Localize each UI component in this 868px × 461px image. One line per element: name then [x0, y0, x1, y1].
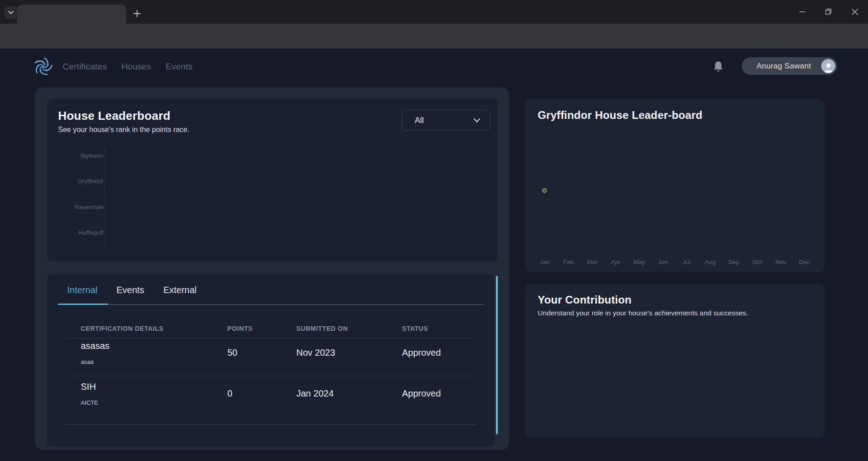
chart-y-axis: [104, 148, 105, 249]
notifications-button[interactable]: [712, 60, 725, 73]
chart-label-hufflepuff: Hufflepuff: [47, 229, 103, 236]
chart-label-gryffindor: Gryffindor: [47, 178, 103, 185]
nav-certificates[interactable]: Certificates: [63, 62, 107, 72]
house-leaderboard-title: House Leaderboard: [58, 109, 189, 123]
nav-events[interactable]: Events: [166, 62, 192, 72]
maximize-button[interactable]: [815, 0, 842, 24]
contribution-subtitle: Understand your role in your house's ach…: [538, 309, 748, 317]
chart-label-slytherin: Slytherin: [47, 152, 103, 159]
chart-x-axis-labels: Jan Feb Mar Apr May Jun Jul Aug Sep Oct …: [538, 259, 812, 265]
col-submitted-on: SUBMITTED ON: [296, 325, 348, 332]
month-label: Dec: [797, 259, 812, 265]
browser-titlebar: [0, 0, 868, 24]
gryffindor-leaderboard-card: Gryffindor House Leader-board Jan Feb Ma…: [525, 99, 824, 272]
cert-points: 0: [227, 388, 232, 399]
tab-external[interactable]: External: [163, 285, 196, 302]
table-divider: [65, 376, 476, 376]
month-label: Apr: [608, 259, 623, 265]
gryffindor-card-title: Gryffindor House Leader-board: [538, 109, 702, 122]
month-label: Feb: [561, 259, 576, 265]
month-label: May: [632, 259, 647, 265]
cert-points: 50: [227, 348, 237, 358]
certifications-panel: Internal Events External CERTIFICATION D…: [47, 274, 495, 447]
minimize-icon: [799, 9, 805, 15]
avatar: [821, 59, 835, 73]
app-page: Certificates Houses Events Anurag Sawant: [0, 49, 868, 461]
col-status: STATUS: [402, 325, 428, 332]
month-label: Jul: [679, 259, 694, 265]
active-tab-indicator: [58, 304, 108, 305]
minimize-button[interactable]: [789, 0, 815, 24]
browser-toolbar: [0, 24, 868, 49]
month-label: Mar: [585, 259, 599, 265]
cert-subtitle: AICTE: [81, 399, 98, 406]
tab-internal[interactable]: Internal: [67, 285, 98, 302]
contribution-title: Your Contribution: [538, 294, 748, 306]
house-leaderboard-header: House Leaderboard See your house's rank …: [58, 109, 189, 134]
chart-label-ravenclaw: Ravenclaw: [47, 204, 103, 211]
tab-events[interactable]: Events: [117, 285, 144, 302]
month-label: Oct: [750, 259, 765, 265]
tab-search-button[interactable]: [5, 6, 17, 19]
user-name: Anurag Sawant: [742, 62, 821, 71]
house-leaderboard-subtitle: See your house's rank in the points race…: [58, 126, 189, 134]
table-divider: [65, 424, 476, 425]
close-icon: [852, 9, 858, 15]
chart-data-point: [542, 188, 547, 193]
filter-selected-value: All: [402, 116, 474, 125]
window-controls: [789, 0, 868, 24]
contribution-card-header: Your Contribution Understand your role i…: [538, 294, 748, 317]
screen: Certificates Houses Events Anurag Sawant: [0, 0, 868, 461]
col-points: POINTS: [227, 325, 253, 332]
cert-submitted: Jan 2024: [296, 388, 333, 399]
month-label: Aug: [703, 259, 717, 265]
month-label: Nov: [774, 259, 788, 265]
new-tab-button[interactable]: [131, 7, 143, 20]
nav-houses[interactable]: Houses: [121, 62, 151, 72]
table-divider: [65, 338, 476, 338]
col-certification-details: CERTIFICATION DETAILS: [81, 325, 163, 332]
main-nav: Certificates Houses Events: [63, 49, 192, 85]
left-column-card: House Leaderboard See your house's rank …: [35, 88, 509, 450]
cert-title: asasas: [81, 341, 109, 351]
app-header: Certificates Houses Events Anurag Sawant: [0, 49, 868, 85]
app-logo-icon[interactable]: [32, 55, 54, 78]
tabs-underline: [58, 304, 485, 305]
vertical-scrollbar[interactable]: [496, 276, 498, 434]
leaderboard-filter-select[interactable]: All: [402, 110, 490, 131]
chevron-down-icon: [474, 118, 480, 123]
your-contribution-card: Your Contribution Understand your role i…: [525, 284, 824, 438]
restore-icon: [825, 9, 832, 15]
person-icon: [823, 62, 834, 73]
house-leaderboard-panel: House Leaderboard See your house's rank …: [47, 99, 498, 261]
bell-icon: [712, 60, 724, 73]
month-label: Jun: [656, 259, 670, 265]
user-menu-button[interactable]: Anurag Sawant: [742, 57, 837, 75]
browser-tab[interactable]: [17, 5, 126, 24]
chevron-down-icon: [8, 11, 14, 15]
status-badge: Approved: [402, 348, 441, 358]
cert-submitted: Nov 2023: [296, 348, 335, 358]
gryffindor-card-header: Gryffindor House Leader-board: [538, 109, 702, 122]
cert-title: SIH: [81, 382, 96, 392]
cert-subtitle: asaa: [81, 358, 93, 365]
month-label: Jan: [538, 259, 552, 265]
certification-tabs: Internal Events External: [67, 285, 196, 302]
close-button[interactable]: [842, 0, 868, 24]
month-label: Sep: [726, 259, 741, 265]
status-badge: Approved: [402, 388, 441, 399]
plus-icon: [133, 10, 141, 17]
